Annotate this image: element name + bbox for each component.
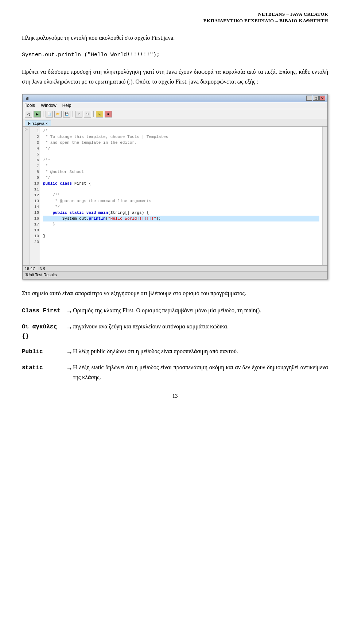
tab-label: First.java × [28, 121, 48, 126]
def-term-public: Public [22, 347, 66, 357]
code-line-9: */ [43, 175, 319, 181]
status-ins: INS [39, 266, 45, 271]
toolbar-btn-redo[interactable]: ↪ [84, 111, 91, 117]
code-line-2: * To change this template, choose Tools … [43, 134, 319, 140]
code-line-6: /** [43, 157, 319, 163]
close-button[interactable]: ✕ [319, 96, 325, 101]
menu-window[interactable]: Window [41, 103, 57, 108]
ide-window: 🖥 _ □ ✕ Tools Window Help ◁ ▶ 📄 📂 💾 ↩ ↪ [22, 94, 328, 279]
ide-left-gutter: ▷ [23, 127, 30, 265]
menu-tools[interactable]: Tools [25, 103, 35, 108]
def-term-static: static [22, 363, 66, 373]
ide-titlebar: 🖥 _ □ ✕ [23, 95, 327, 102]
paragraph-4: Στο σημείο αυτό είναι απαραίτητο να εξηγ… [22, 288, 328, 298]
code-line-12: /** [43, 192, 319, 198]
paragraph-3: Πρέπει να δώσουμε προσοχή στη πληκτρολόγ… [22, 67, 328, 86]
minimize-button[interactable]: _ [306, 96, 312, 101]
def-desc-class: Ορισμός της κλάσης First. Ο ορισμός περι… [73, 306, 328, 315]
header-subtitle: ΕΚΠΑΙΔΕΥΤΙΚΟ ΕΓΧΕΙΡΙΔΙΟ – ΒΙΒΛΙΟ ΚΑΘΗΓΗΤ… [22, 18, 328, 24]
code-line-20 [43, 239, 319, 245]
ide-window-buttons: _ □ ✕ [306, 96, 325, 101]
code-line-11 [43, 186, 319, 192]
tab-first-java[interactable]: First.java × [25, 120, 51, 126]
code-line-14: */ [43, 204, 319, 210]
code-line-16: System.out.println("Hello World!!!!!!!")… [43, 216, 319, 221]
toolbar-btn-run[interactable]: ▶ [34, 111, 41, 117]
def-desc-static: Η λέξη static δηλώνει ότι η μέθοδος είνα… [73, 363, 328, 382]
code-line-17: } [43, 221, 319, 227]
ide-bottom-tabs: JUnit Test Results [23, 271, 327, 279]
code-line-1: /* [43, 128, 319, 134]
def-arrow-1: → [66, 306, 73, 317]
def-term-class: Class First [22, 306, 66, 316]
def-term-brackets: Οι αγκύλες {} [22, 322, 66, 341]
header-title: NETBEANS – JAVA CREATOR [22, 11, 328, 18]
toolbar-sep-1 [43, 111, 43, 117]
code-line-10: public class First { [43, 181, 319, 186]
ide-title: 🖥 [25, 96, 29, 100]
def-arrow-2: → [66, 322, 73, 333]
ide-toolbar: ◁ ▶ 📄 📂 💾 ↩ ↪ 🐛 ■ [23, 109, 327, 119]
paragraph-2: System.out.println ("Hello World!!!!!!!"… [22, 50, 328, 60]
code-line-15: public static void main(String[] args) { [43, 210, 319, 216]
toolbar-sep-3 [93, 111, 94, 117]
toolbar-btn-new[interactable]: 📄 [46, 111, 53, 117]
ide-line-numbers: 12345 678910 1112131415 1617181920 [30, 127, 40, 265]
definitions-section: Class First → Ορισμός της κλάσης First. … [22, 306, 328, 382]
code-line-3: * and open the template in the editor. [43, 140, 319, 146]
toolbar-btn-open[interactable]: 📂 [54, 111, 62, 117]
def-desc-brackets: πηγαίνουν ανά ζεύγη και περικλείουν αυτό… [73, 322, 328, 331]
def-desc-public: Η λέξη public δηλώνει ότι η μέθοδος είνα… [73, 347, 328, 356]
ide-menubar: Tools Window Help [23, 102, 327, 109]
status-position: 16:47 [25, 266, 35, 271]
ide-scrollbar[interactable] [322, 127, 327, 265]
code-line-8: * @author School [43, 169, 319, 175]
toolbar-btn-debug[interactable]: 🐛 [96, 111, 103, 117]
page-header: NETBEANS – JAVA CREATOR ΕΚΠΑΙΔΕΥΤΙΚΟ ΕΓΧ… [22, 11, 328, 24]
def-row-brackets: Οι αγκύλες {} → πηγαίνουν ανά ζεύγη και … [22, 322, 328, 341]
code-line-19: } [43, 233, 319, 239]
toolbar-sep-2 [73, 111, 73, 117]
ide-tab-bar: First.java × [23, 119, 327, 127]
code-line-7: * [43, 163, 319, 169]
code-line-13: * @param args the command line arguments [43, 198, 319, 204]
code-line-18 [43, 227, 319, 233]
toolbar-btn-save[interactable]: 💾 [63, 111, 70, 117]
code-line-4: */ [43, 146, 319, 151]
def-arrow-3: → [66, 347, 73, 358]
ide-code-body: ▷ 12345 678910 1112131415 1617181920 /* … [23, 127, 327, 265]
def-arrow-4: → [66, 363, 73, 374]
def-row-static: static → Η λέξη static δηλώνει ότι η μέθ… [22, 363, 328, 382]
toolbar-btn-stop[interactable]: ■ [105, 111, 112, 117]
maximize-button[interactable]: □ [313, 96, 319, 101]
def-row-public: Public → Η λέξη public δηλώνει ότι η μέθ… [22, 347, 328, 358]
paragraph-1: Πληκτρολογούμε τη εντολή που ακολουθεί σ… [22, 33, 328, 43]
def-row-class-first: Class First → Ορισμός της κλάσης First. … [22, 306, 328, 317]
ide-statusbar: 16:47 INS [23, 265, 327, 271]
toolbar-btn-back[interactable]: ◁ [25, 111, 32, 117]
toolbar-btn-undo[interactable]: ↩ [75, 111, 82, 117]
page-number: 13 [22, 393, 328, 399]
code-line-5 [43, 151, 319, 157]
menu-help[interactable]: Help [62, 103, 71, 108]
gutter-arrow: ▷ [25, 127, 28, 131]
bottom-tab-junit[interactable]: JUnit Test Results [25, 273, 57, 277]
page-container: NETBEANS – JAVA CREATOR ΕΚΠΑΙΔΕΥΤΙΚΟ ΕΓΧ… [0, 0, 350, 644]
ide-code-area[interactable]: /* * To change this template, choose Too… [40, 127, 322, 265]
